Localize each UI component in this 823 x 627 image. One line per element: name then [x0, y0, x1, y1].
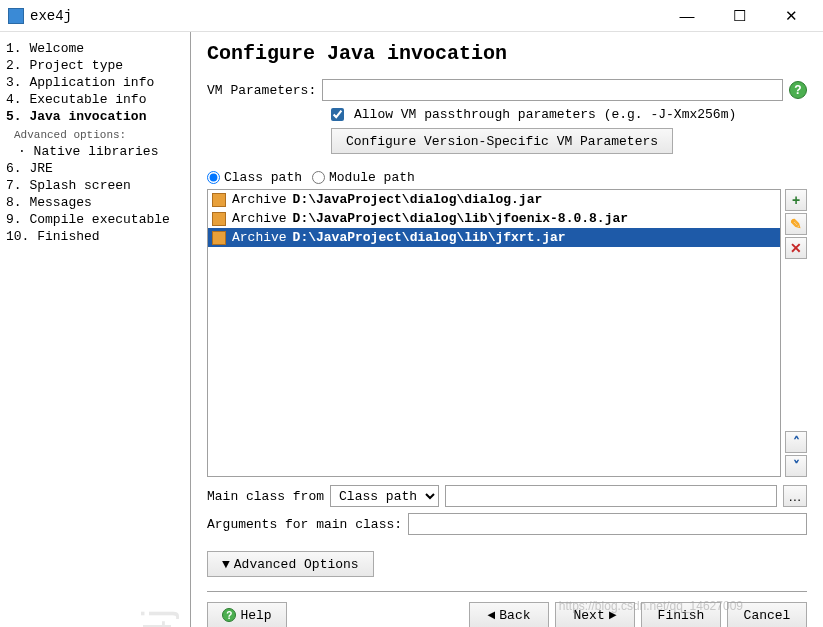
- sidebar-item-compile-executable[interactable]: 9. Compile executable: [6, 211, 184, 228]
- main-class-input[interactable]: [445, 485, 777, 507]
- classpath-list[interactable]: Archive D:\JavaProject\dialog\dialog.jar…: [207, 189, 781, 477]
- sidebar-watermark: exe4j: [135, 607, 180, 627]
- sidebar-item-splash-screen[interactable]: 7. Splash screen: [6, 177, 184, 194]
- arguments-label: Arguments for main class:: [207, 517, 402, 532]
- modulepath-radio[interactable]: Module path: [312, 170, 415, 185]
- move-down-button[interactable]: ˅: [785, 455, 807, 477]
- move-up-button[interactable]: ˄: [785, 431, 807, 453]
- vm-parameters-input[interactable]: [322, 79, 783, 101]
- back-button[interactable]: ◄ Back: [469, 602, 549, 627]
- finish-button[interactable]: Finish: [641, 602, 721, 627]
- classpath-entry[interactable]: Archive D:\JavaProject\dialog\lib\jfxrt.…: [208, 228, 780, 247]
- jar-icon: [212, 193, 226, 207]
- arrow-right-icon: ►: [609, 608, 617, 623]
- sidebar-item-java-invocation[interactable]: 5. Java invocation: [6, 108, 184, 125]
- help-button[interactable]: ? Help: [207, 602, 287, 627]
- titlebar: exe4j — ☐ ✕: [0, 0, 823, 32]
- help-icon[interactable]: ?: [789, 81, 807, 99]
- edit-entry-button[interactable]: ✎: [785, 213, 807, 235]
- sidebar-item-executable-info[interactable]: 4. Executable info: [6, 91, 184, 108]
- page-title: Configure Java invocation: [207, 42, 807, 65]
- content-pane: Configure Java invocation VM Parameters:…: [190, 32, 823, 627]
- allow-passthrough-label: Allow VM passthrough parameters (e.g. -J…: [354, 107, 736, 122]
- jar-icon: [212, 231, 226, 245]
- arguments-input[interactable]: [408, 513, 807, 535]
- next-button[interactable]: Next ►: [555, 602, 635, 627]
- sidebar-item-project-type[interactable]: 2. Project type: [6, 57, 184, 74]
- sidebar-advanced-header: Advanced options:: [6, 125, 184, 143]
- help-icon: ?: [222, 608, 236, 622]
- jar-icon: [212, 212, 226, 226]
- app-title: exe4j: [30, 8, 72, 24]
- sidebar-item-finished[interactable]: 10. Finished: [6, 228, 184, 245]
- close-button[interactable]: ✕: [769, 2, 813, 30]
- sidebar-item-jre[interactable]: 6. JRE: [6, 160, 184, 177]
- main-class-label: Main class from: [207, 489, 324, 504]
- app-icon: [8, 8, 24, 24]
- browse-main-class-button[interactable]: …: [783, 485, 807, 507]
- sidebar-item-native-libraries[interactable]: · Native libraries: [6, 143, 184, 160]
- maximize-button[interactable]: ☐: [717, 2, 761, 30]
- configure-vm-button[interactable]: Configure Version-Specific VM Parameters: [331, 128, 673, 154]
- cancel-button[interactable]: Cancel: [727, 602, 807, 627]
- classpath-entry[interactable]: Archive D:\JavaProject\dialog\dialog.jar: [208, 190, 780, 209]
- arrow-left-icon: ◄: [487, 608, 495, 623]
- chevron-down-icon: ▼: [222, 557, 230, 572]
- minimize-button[interactable]: —: [665, 2, 709, 30]
- wizard-sidebar: 1. Welcome 2. Project type 3. Applicatio…: [0, 32, 190, 627]
- allow-passthrough-checkbox[interactable]: [331, 108, 344, 121]
- vm-parameters-label: VM Parameters:: [207, 83, 316, 98]
- add-entry-button[interactable]: +: [785, 189, 807, 211]
- sidebar-item-application-info[interactable]: 3. Application info: [6, 74, 184, 91]
- sidebar-item-messages[interactable]: 8. Messages: [6, 194, 184, 211]
- advanced-options-button[interactable]: ▼ Advanced Options: [207, 551, 374, 577]
- delete-entry-button[interactable]: ✕: [785, 237, 807, 259]
- classpath-radio[interactable]: Class path: [207, 170, 302, 185]
- sidebar-item-welcome[interactable]: 1. Welcome: [6, 40, 184, 57]
- classpath-entry[interactable]: Archive D:\JavaProject\dialog\lib\jfoeni…: [208, 209, 780, 228]
- main-class-source-select[interactable]: Class path: [330, 485, 439, 507]
